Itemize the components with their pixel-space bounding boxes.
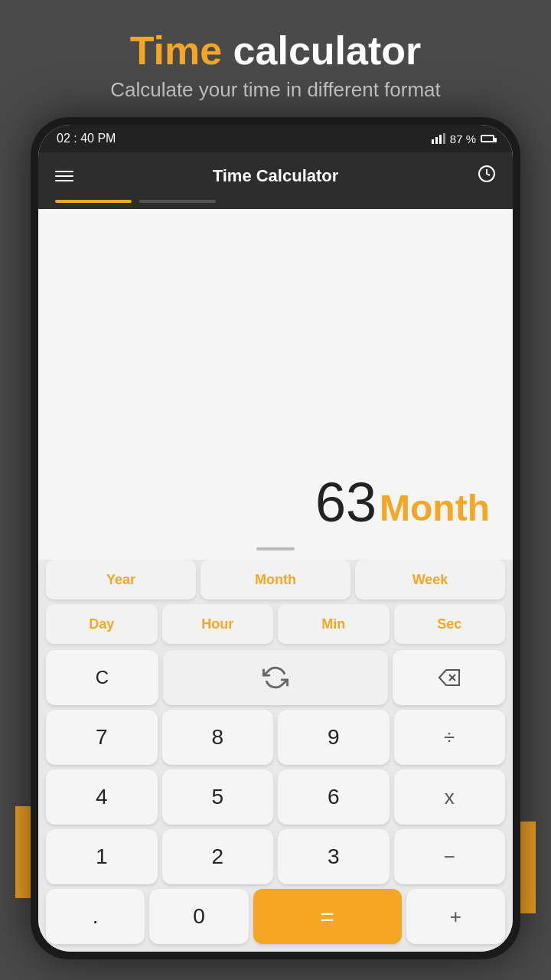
key-3[interactable]: 3 — [278, 829, 390, 884]
keypad-row-3: 4 5 6 x — [46, 769, 505, 825]
keypad: C — [38, 650, 513, 952]
key-multiply[interactable]: x — [394, 769, 506, 825]
hamburger-menu-button[interactable] — [55, 171, 73, 181]
keypad-row-5: . 0 = + — [46, 889, 505, 944]
key-subtract[interactable]: − — [394, 829, 506, 884]
key-8[interactable]: 8 — [162, 710, 274, 765]
svg-rect-2 — [439, 135, 442, 144]
phone-frame: 02 : 40 PM 87 % — [31, 117, 520, 959]
title-highlight: Time — [130, 28, 222, 73]
key-2[interactable]: 2 — [162, 829, 274, 884]
key-0[interactable]: 0 — [149, 889, 248, 944]
keypad-row-1: C — [46, 650, 505, 705]
svg-rect-3 — [443, 133, 445, 144]
tab-2[interactable] — [139, 200, 216, 203]
svg-rect-0 — [432, 139, 434, 144]
display-unit: Month — [380, 487, 490, 529]
status-bar: 02 : 40 PM 87 % — [38, 125, 513, 152]
convert-button[interactable] — [163, 650, 388, 705]
unit-buttons: Year Month Week Day Hour Min Sec — [38, 560, 513, 650]
backspace-button[interactable] — [393, 650, 505, 705]
key-divide[interactable]: ÷ — [394, 710, 506, 765]
convert-icon — [262, 665, 289, 691]
signal-icon — [432, 133, 445, 144]
display-area: 63 Month — [38, 209, 513, 541]
key-4[interactable]: 4 — [46, 769, 158, 825]
unit-week-button[interactable]: Week — [355, 560, 505, 599]
unit-hour-button[interactable]: Hour — [162, 604, 274, 644]
unit-month-button[interactable]: Month — [201, 560, 350, 599]
tab-indicator — [38, 200, 513, 209]
key-7[interactable]: 7 — [46, 710, 158, 765]
backspace-icon — [439, 669, 460, 686]
unit-min-button[interactable]: Min — [278, 604, 390, 644]
toolbar-title: Time Calculator — [213, 166, 339, 186]
battery-icon — [481, 135, 494, 142]
page-subtitle: Calculate your time in different format — [31, 78, 520, 102]
unit-sec-button[interactable]: Sec — [394, 604, 506, 644]
drag-bar — [256, 547, 295, 550]
page-title: Time calculator — [31, 28, 520, 74]
clock-icon — [478, 165, 496, 183]
key-dot[interactable]: . — [46, 889, 145, 944]
unit-year-button[interactable]: Year — [46, 560, 196, 599]
status-right: 87 % — [432, 132, 494, 145]
key-6[interactable]: 6 — [278, 769, 390, 825]
keypad-row-4: 1 2 3 − — [46, 829, 505, 884]
drag-handle — [38, 541, 513, 560]
battery-percent: 87 % — [450, 132, 476, 145]
status-time: 02 : 40 PM — [57, 132, 116, 145]
keypad-row-2: 7 8 9 ÷ — [46, 710, 505, 765]
history-button[interactable] — [478, 165, 496, 188]
tab-1[interactable] — [55, 200, 132, 203]
unit-day-button[interactable]: Day — [46, 604, 158, 644]
svg-rect-1 — [435, 137, 438, 144]
display-value: 63 — [315, 471, 377, 534]
page-header: Time calculator Calculate your time in d… — [0, 0, 551, 117]
phone-screen: 02 : 40 PM 87 % — [38, 125, 513, 952]
unit-row-2: Day Hour Min Sec — [46, 604, 505, 644]
key-add[interactable]: + — [406, 889, 505, 944]
key-5[interactable]: 5 — [162, 769, 274, 825]
key-1[interactable]: 1 — [46, 829, 158, 884]
key-equals[interactable]: = — [253, 889, 402, 944]
unit-row-1: Year Month Week — [46, 560, 505, 599]
key-9[interactable]: 9 — [278, 710, 390, 765]
app-toolbar: Time Calculator — [38, 152, 513, 200]
clear-button[interactable]: C — [46, 650, 158, 705]
